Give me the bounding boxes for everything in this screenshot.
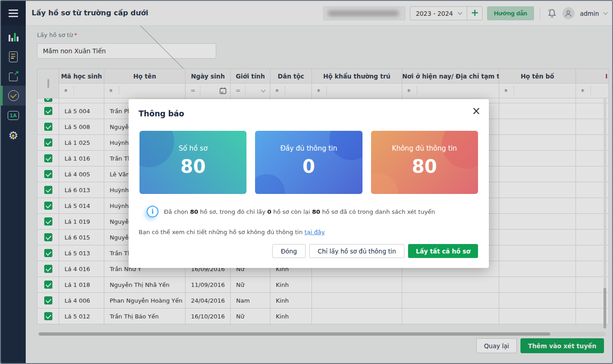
detail-link-line: Bạn có thể xem chi tiết những hồ sơ khôn… (139, 229, 325, 235)
card-total-records: Số hồ sơ 80 (139, 131, 246, 194)
notification-modal: Thông báo × Số hồ sơ 80 Đầy đủ thông tin… (129, 99, 489, 268)
only-complete-button[interactable]: Chỉ lấy hồ sơ đủ thông tin (309, 244, 405, 258)
card-incomplete-records: Không đủ thông tin 80 (371, 131, 478, 194)
close-button[interactable]: Đóng (272, 244, 306, 258)
card-value: 80 (412, 156, 437, 177)
info-text: Đã chọn 80 hồ sơ, trong đó chỉ lấy 0 hồ … (164, 208, 435, 215)
modal-title: Thông báo (139, 109, 184, 118)
detail-link[interactable]: tại đây (305, 229, 325, 235)
card-label: Số hồ sơ (179, 144, 208, 152)
close-icon[interactable]: × (472, 104, 481, 119)
card-value: 80 (181, 156, 206, 177)
info-icon: i (147, 206, 158, 217)
card-label: Không đủ thông tin (392, 144, 457, 152)
card-label: Đầy đủ thông tin (280, 144, 337, 152)
app-window: ↗ 1A ⚙ Lấy hồ sơ từ trường cấp dưới 2023… (0, 0, 613, 364)
take-all-button[interactable]: Lấy tất cả hồ sơ (408, 244, 478, 258)
card-complete-records: Đầy đủ thông tin 0 (255, 131, 362, 194)
card-value: 0 (302, 156, 315, 177)
